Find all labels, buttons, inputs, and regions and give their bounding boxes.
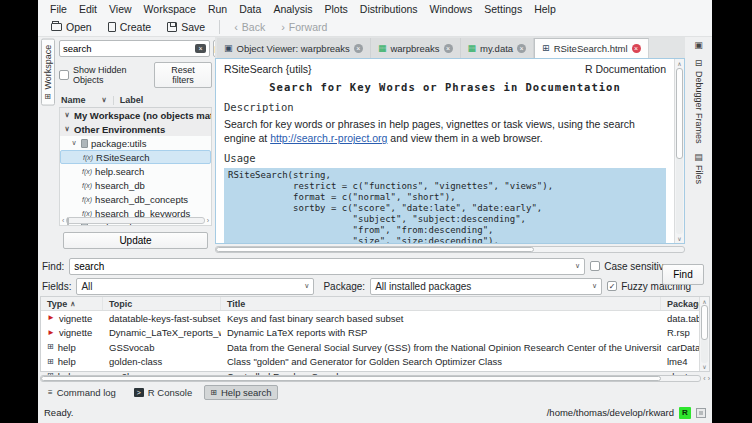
result-title: Dynamic LaTeX reports with RSP (221, 327, 661, 338)
tab-rsitesearch-html[interactable]: ⊞ RSiteSearch.html × (534, 38, 648, 58)
find-input[interactable] (74, 261, 571, 272)
case-sensitive-option[interactable]: Case sensitive (590, 261, 669, 272)
menu-view[interactable]: View (103, 2, 138, 16)
scrollbar-track[interactable] (40, 375, 701, 382)
menu-data[interactable]: Data (233, 2, 267, 16)
object-search-input[interactable] (63, 43, 195, 54)
menu-windows[interactable]: Windows (424, 2, 479, 16)
close-tab-icon[interactable]: × (444, 44, 453, 53)
expander-icon[interactable]: ∨ (63, 125, 71, 133)
result-row[interactable]: ►vignette datatable-keys-fast-subset Key… (41, 311, 699, 326)
fields-combobox[interactable]: All ∨ (76, 278, 314, 295)
tree-item-help-search[interactable]: f(x) help.search (60, 164, 211, 178)
help-search-tab[interactable]: ⊞ Help search (204, 385, 277, 400)
close-tab-icon[interactable]: × (354, 44, 363, 53)
find-row: Find: ∨ Case sensitive (42, 257, 706, 275)
command-log-label: Command log (57, 387, 116, 398)
scrollbar-track[interactable] (66, 217, 204, 224)
scroll-down-icon[interactable]: ∨ (677, 235, 681, 242)
column-type[interactable]: Type ∧ (41, 297, 103, 310)
tab-object-viewer-warpbreaks[interactable]: ▣ Object Viewer: warpbreaks × (217, 38, 371, 58)
column-package[interactable]: Package (661, 297, 705, 310)
scroll-down-icon[interactable]: ∨ (702, 363, 706, 370)
result-row[interactable]: ⊞help golden-class Class "golden" and Ge… (41, 355, 699, 370)
debugger-frames-vertical-tab[interactable]: ⊟ Debugger Frames (694, 58, 704, 144)
scrollbar-thumb[interactable] (676, 68, 683, 159)
search-r-project-link[interactable]: http://search.r-project.org (270, 132, 387, 144)
command-log-tab[interactable]: ≡ Command log (42, 385, 122, 400)
package-combobox[interactable]: All installed packages ∨ (370, 278, 602, 295)
detach-icon[interactable]: ▣ (694, 40, 703, 50)
tree-item-package-utils[interactable]: ∨ package:utils (60, 136, 211, 150)
open-button[interactable]: Open (44, 19, 99, 35)
tree-column-header[interactable]: Name ∨ Label (59, 93, 212, 108)
scroll-up-icon[interactable]: ∧ (702, 298, 706, 305)
menu-analysis[interactable]: Analysis (267, 2, 318, 16)
sort-ascending-icon: ∧ (70, 300, 75, 308)
result-row[interactable]: ⊞help GSSvocab Data from the General Soc… (41, 340, 699, 355)
help-search-label: Help search (221, 387, 272, 398)
tree-item-hsearch-db[interactable]: f(x) hsearch_db (60, 178, 211, 192)
back-button[interactable]: ‹ Back (227, 19, 272, 35)
scrollbar-thumb[interactable] (41, 376, 661, 381)
tab-warpbreaks[interactable]: ▦ warpbreaks × (371, 38, 461, 58)
case-sensitive-checkbox[interactable] (590, 261, 600, 271)
status-bar: Ready. /home/thomas/develop/rkward R (38, 402, 712, 423)
tree-item-my-workspace[interactable]: ∨ My Workspace (no objects matching filt… (60, 108, 211, 122)
chevron-down-icon: ∨ (592, 282, 597, 290)
update-button[interactable]: Update (63, 232, 208, 249)
save-button[interactable]: Save (160, 19, 212, 35)
result-row[interactable]: ►vignette Dynamic_LaTeX_reports_with_RSP… (41, 326, 699, 341)
menu-plots[interactable]: Plots (318, 2, 353, 16)
tab-my-data[interactable]: ▦ my.data × (461, 38, 535, 58)
files-vertical-tab[interactable]: ▤ Files (694, 152, 704, 184)
r-console-tab[interactable]: > R Console (128, 385, 198, 400)
reset-filters-button[interactable]: Reset filters (154, 62, 212, 88)
close-tab-icon[interactable]: × (517, 44, 526, 53)
scrollbar-thumb[interactable] (216, 247, 534, 252)
scroll-up-icon[interactable]: ∧ (677, 60, 681, 67)
chevron-down-icon[interactable]: ∨ (575, 262, 580, 270)
column-title[interactable]: Title (221, 297, 661, 310)
results-horizontal-scrollbar[interactable]: ‹ › (40, 374, 710, 382)
scroll-right-icon[interactable]: › (207, 217, 209, 224)
usage-code-block[interactable]: RSiteSearch(string, restrict = c("functi… (224, 168, 666, 243)
column-topic[interactable]: Topic (103, 297, 221, 310)
tree-horizontal-scrollbar[interactable]: ‹ › (62, 216, 209, 224)
tree-item-hsearch-db-concepts[interactable]: f(x) hsearch_db_concepts (60, 192, 211, 206)
menu-edit[interactable]: Edit (73, 2, 103, 16)
doc-horizontal-scrollbar[interactable] (215, 245, 685, 253)
scroll-left-icon[interactable]: ‹ (62, 217, 64, 224)
close-tab-icon[interactable]: × (632, 44, 641, 53)
menu-help[interactable]: Help (528, 2, 562, 16)
menu-distributions[interactable]: Distributions (354, 2, 424, 16)
column-divider (113, 96, 114, 105)
scrollbar-track[interactable] (701, 305, 708, 363)
find-button[interactable]: Find (662, 264, 704, 285)
workspace-vertical-tab[interactable]: ⊞ Workspace (41, 39, 55, 106)
create-button[interactable]: Create (101, 19, 159, 35)
expander-icon[interactable]: ∨ (70, 139, 78, 147)
menu-run[interactable]: Run (202, 2, 233, 16)
expander-icon[interactable]: ∨ (63, 111, 71, 119)
results-vertical-scrollbar[interactable]: ∧ ∨ (699, 297, 709, 371)
scrollbar-thumb[interactable] (701, 305, 708, 340)
scrollbar-track[interactable] (676, 68, 683, 234)
find-label: Find: (42, 261, 64, 272)
forward-button[interactable]: › Forward (274, 19, 334, 35)
show-hidden-checkbox[interactable] (59, 70, 69, 80)
stop-engine-icon[interactable] (696, 408, 706, 418)
clear-search-icon[interactable]: × (195, 44, 206, 53)
scroll-left-icon[interactable]: ‹ (703, 375, 705, 382)
fuzzy-matching-checkbox[interactable]: ✓ (607, 281, 617, 291)
menu-workspace[interactable]: Workspace (138, 2, 202, 16)
scroll-right-icon[interactable]: › (708, 375, 710, 382)
scrollbar-track[interactable] (215, 246, 685, 253)
tree-item-other-environments[interactable]: ∨ Other Environments (60, 122, 211, 136)
menu-settings[interactable]: Settings (478, 2, 528, 16)
tree-item-label: package:utils (91, 138, 146, 149)
result-topic: GSSvocab (103, 342, 221, 353)
tree-item-rsitesearch[interactable]: f(x) RSiteSearch (60, 150, 211, 164)
doc-vertical-scrollbar[interactable]: ∧ ∨ (674, 59, 684, 243)
menu-file[interactable]: File (44, 2, 73, 16)
